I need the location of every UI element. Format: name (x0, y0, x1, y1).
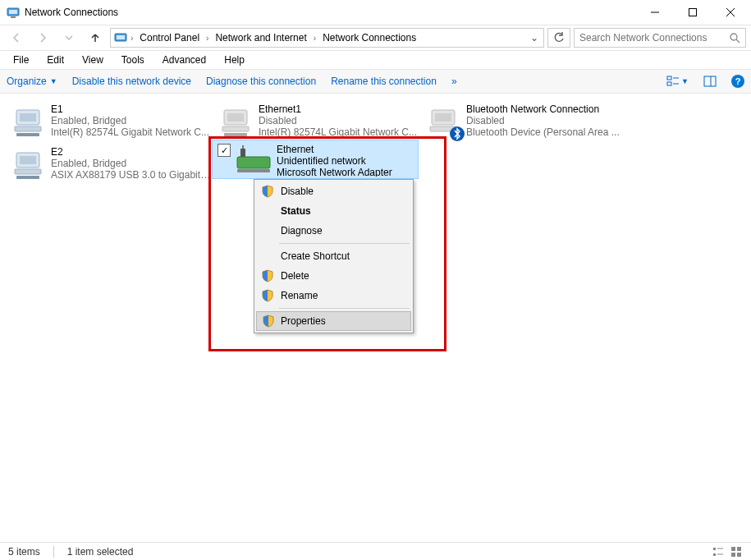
breadcrumb-item[interactable]: Network Connections (319, 32, 419, 44)
connection-name: Ethernet1 (259, 103, 420, 115)
content-area: E1 Enabled, Bridged Intel(R) 82574L Giga… (0, 94, 751, 542)
shield-icon (261, 289, 274, 302)
svg-rect-22 (227, 113, 244, 122)
search-icon (730, 33, 740, 44)
connection-status: Disabled (466, 115, 628, 126)
connection-item[interactable]: E2 Enabled, Bridged ASIX AX88179 USB 3.0… (8, 143, 216, 186)
organize-button[interactable]: Organize▼ (7, 76, 57, 87)
shield-icon (261, 269, 274, 282)
svg-rect-33 (237, 157, 270, 168)
breadcrumb[interactable]: › Control Panel › Network and Internet ›… (110, 28, 544, 48)
svg-rect-24 (224, 133, 247, 136)
connection-name: Ethernet (277, 144, 414, 155)
svg-line-10 (736, 39, 740, 43)
command-bar: Organize▼ Disable this network device Di… (0, 69, 751, 94)
back-button[interactable] (5, 32, 28, 44)
connection-item[interactable]: Bluetooth Network Connection Disabled Bl… (424, 100, 631, 143)
svg-point-9 (730, 34, 737, 40)
forward-button[interactable] (31, 32, 54, 44)
svg-rect-41 (731, 547, 735, 551)
svg-rect-37 (713, 548, 716, 550)
preview-pane-button[interactable] (703, 75, 717, 88)
connection-name: Bluetooth Network Connection (466, 103, 628, 115)
divider (53, 546, 54, 558)
help-button[interactable]: ? (731, 75, 744, 88)
rename-connection-button[interactable]: Rename this connection (331, 76, 437, 87)
chevron-down-icon[interactable]: ⌄ (529, 32, 540, 44)
svg-rect-15 (704, 76, 716, 86)
maximize-button[interactable] (674, 0, 712, 25)
connection-item[interactable]: Ethernet1 Disabled Intel(R) 82574L Gigab… (216, 100, 424, 143)
window-title: Network Connections (25, 7, 636, 18)
svg-rect-43 (731, 553, 735, 557)
close-button[interactable] (712, 0, 749, 25)
menu-file[interactable]: File (5, 53, 37, 67)
svg-rect-2 (11, 16, 16, 18)
network-adapter-disabled-icon (219, 102, 259, 141)
context-menu-rename[interactable]: Rename (256, 286, 411, 305)
context-menu-diagnose[interactable]: Diagnose (256, 221, 411, 241)
chevron-right-icon: › (314, 34, 316, 43)
recent-locations-button[interactable] (57, 34, 80, 42)
connection-device: Microsoft Network Adapter Multi... (277, 167, 414, 177)
minimize-button[interactable] (636, 0, 674, 25)
overflow-button[interactable]: » (451, 76, 457, 87)
view-options-button[interactable]: ▼ (666, 75, 689, 88)
connection-device: Intel(R) 82574L Gigabit Network C... (51, 126, 213, 138)
title-bar: Network Connections (0, 0, 751, 25)
network-adapter-icon (11, 102, 51, 141)
connection-item-selected[interactable]: Ethernet Unidentified network Microsoft … (212, 140, 419, 179)
svg-rect-34 (240, 149, 245, 157)
diagnose-connection-button[interactable]: Diagnose this connection (206, 76, 316, 87)
connection-name: E2 (51, 146, 213, 158)
selection-checkbox[interactable] (218, 144, 231, 157)
connection-item[interactable]: E1 Enabled, Bridged Intel(R) 82574L Giga… (8, 100, 216, 143)
svg-rect-26 (435, 113, 451, 122)
network-adapter-icon (11, 145, 51, 184)
context-menu-create-shortcut[interactable]: Create Shortcut (256, 246, 411, 266)
context-menu-properties[interactable]: Properties (256, 311, 411, 331)
menu-tools[interactable]: Tools (113, 53, 153, 67)
svg-rect-11 (667, 76, 671, 80)
status-bar: 5 items 1 item selected (0, 542, 751, 560)
connection-status: Unidentified network (277, 155, 414, 167)
dropdown-icon: ▼ (50, 77, 57, 85)
connection-device: ASIX AX88179 USB 3.0 to Gigabit E... (51, 169, 213, 181)
context-menu-disable[interactable]: Disable (256, 181, 411, 201)
details-view-icon[interactable] (712, 545, 725, 558)
search-input[interactable] (579, 32, 740, 44)
up-button[interactable] (84, 32, 107, 44)
svg-rect-4 (689, 9, 697, 16)
svg-rect-1 (9, 10, 17, 14)
address-bar: › Control Panel › Network and Internet ›… (0, 25, 751, 51)
context-menu-status[interactable]: Status (256, 201, 411, 221)
svg-rect-30 (20, 156, 36, 164)
shield-icon (261, 185, 274, 198)
svg-rect-12 (667, 82, 671, 85)
svg-rect-23 (222, 126, 249, 131)
large-icons-view-icon[interactable] (730, 545, 743, 558)
selection-count: 1 item selected (67, 546, 134, 558)
context-menu-delete[interactable]: Delete (256, 266, 411, 286)
menu-view[interactable]: View (74, 53, 112, 67)
menu-bar: File Edit View Tools Advanced Help (0, 51, 751, 69)
svg-rect-44 (737, 553, 741, 557)
bluetooth-adapter-icon (427, 102, 466, 141)
menu-advanced[interactable]: Advanced (154, 53, 214, 67)
connection-status: Disabled (259, 115, 420, 126)
menu-edit[interactable]: Edit (39, 53, 72, 67)
disable-device-button[interactable]: Disable this network device (72, 76, 191, 87)
svg-rect-19 (15, 126, 41, 131)
breadcrumb-item[interactable]: Network and Internet (212, 32, 309, 44)
refresh-button[interactable] (547, 28, 570, 48)
svg-rect-32 (16, 176, 39, 179)
item-count: 5 items (8, 546, 40, 558)
app-icon (7, 6, 20, 19)
breadcrumb-item[interactable]: Control Panel (136, 32, 203, 44)
menu-help[interactable]: Help (216, 53, 253, 67)
svg-rect-42 (737, 547, 741, 551)
search-box[interactable] (574, 28, 746, 48)
window-controls (636, 0, 749, 25)
svg-rect-31 (15, 169, 41, 174)
shield-icon (262, 314, 275, 328)
